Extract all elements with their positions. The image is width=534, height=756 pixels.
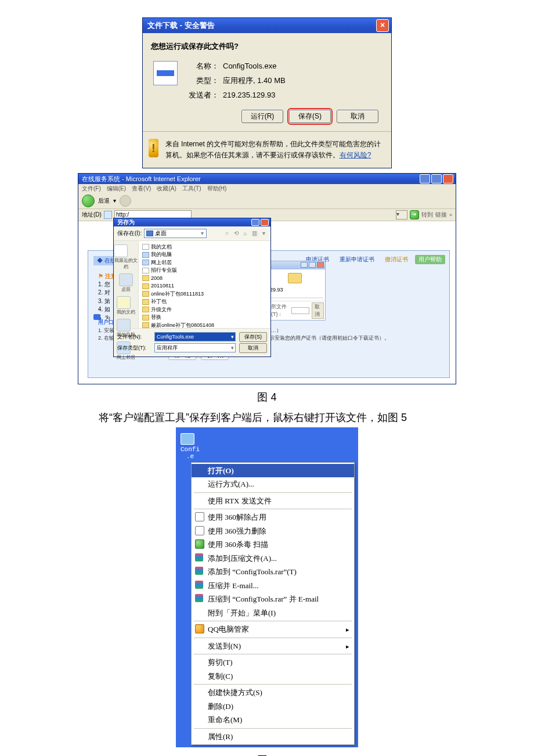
submenu-arrow-icon: ▸ (346, 642, 349, 651)
ie-menubar[interactable]: 文件(F) 编辑(E) 查看(V) 收藏(A) 工具(T) 帮助(H) (78, 184, 456, 193)
file-item[interactable]: 我的电脑 (142, 251, 267, 259)
file-item[interactable]: 招行专业版 (142, 267, 267, 275)
menu-item[interactable]: 使用 360杀毒 扫描 (192, 538, 354, 552)
menu-separator (194, 509, 352, 509)
menu-item[interactable]: 打开(O) (192, 464, 354, 478)
folder-icon (142, 315, 149, 321)
folder-icon (288, 273, 302, 283)
exe-icon (153, 61, 178, 85)
menu-item[interactable]: 运行方式(A)... (192, 477, 354, 491)
file-name: ConfigTools.exe (222, 60, 286, 73)
nav-folder-icon (117, 319, 131, 332)
menu-item[interactable]: 剪切(T) (192, 656, 354, 669)
menu-item[interactable]: 删除(D) (192, 700, 354, 714)
warning-text: 来自 Internet 的文件可能对您有所帮助，但此文件类型可能危害您的计算机。… (165, 139, 385, 160)
file-item[interactable]: 网上邻居 (142, 259, 267, 267)
desktop-file-icon[interactable]: Confi .e (178, 430, 356, 462)
saveas-nav-item[interactable]: 桌面 (119, 273, 133, 293)
file-item[interactable]: 20110811 (142, 282, 267, 290)
filetype-label: 保存类型(T): (117, 344, 151, 352)
save-in-label: 保存在(I): (117, 229, 142, 237)
rar-icon (195, 553, 203, 561)
file-item[interactable]: 替换 (142, 314, 267, 322)
menu-item[interactable]: QQ电脑管家▸ (192, 622, 354, 636)
file-item[interactable]: 补丁包 (142, 298, 267, 306)
save-in-combo[interactable]: 桌面▾ (144, 229, 207, 238)
menu-separator (194, 728, 352, 729)
address-label: 地址(D) (82, 211, 102, 219)
window-buttons[interactable] (420, 174, 453, 183)
save-as-nav[interactable]: 我最近的文档桌面我的文档我的电脑网上邻居 (114, 241, 138, 328)
file-item[interactable]: online补丁包08111813 (142, 290, 267, 298)
file-list[interactable]: 我的文档我的电脑网上邻居招行专业版200820110811online补丁包08… (138, 241, 270, 328)
menu-item[interactable]: 压缩并 E-mail... (192, 579, 354, 593)
menu-item[interactable]: 使用 360强力删除 (192, 524, 354, 538)
menu-item[interactable]: 发送到(N)▸ (192, 639, 354, 653)
place-icon (142, 268, 149, 273)
ie-content: 另存为 保存在(I): 桌面▾ ○ ⟲ ⌂ ▥ ▾ 我最近的文档桌面我的文档我的… (78, 221, 456, 384)
minimize-icon[interactable] (301, 262, 308, 268)
cancel-button[interactable]: 取消 (337, 110, 378, 123)
tr-icon (195, 526, 204, 535)
maximize-icon[interactable] (309, 262, 316, 268)
menu-separator (194, 654, 352, 654)
close-icon[interactable]: × (376, 19, 389, 32)
file-item[interactable]: 最新online补丁包08051408 (142, 322, 267, 328)
file-item[interactable]: 2008 (142, 275, 267, 283)
menu-item[interactable]: 压缩到 “ConfigTools.rar” 并 E-mail (192, 592, 354, 606)
saveas-cancel-button[interactable]: 取消 (239, 343, 267, 353)
filename-input[interactable]: ConfigTools.exe (154, 332, 236, 341)
risk-link[interactable]: 有何风险? (340, 151, 371, 159)
desktop-icon (146, 231, 153, 236)
submenu-arrow-icon: ▸ (346, 625, 349, 635)
rar-icon (195, 594, 203, 602)
save-toolbar-icons[interactable]: ○ ⟲ ⌂ ▥ ▾ (225, 230, 267, 236)
context-menu[interactable]: 打开(O)运行方式(A)...使用 RTX 发送文件使用 360解除占用使用 3… (191, 462, 355, 746)
download-dialog-title-text: 文件下载 - 安全警告 (147, 18, 215, 33)
go-icon[interactable] (410, 210, 419, 219)
menu-item[interactable]: 属性(R) (192, 730, 354, 744)
close-icon[interactable] (317, 262, 324, 268)
menu-item[interactable]: 创建快捷方式(S) (192, 686, 354, 700)
nav-folder-icon (114, 244, 128, 257)
ie-toolbar[interactable]: 后退 ▾ (78, 193, 456, 209)
ie-titlebar: 在线服务系统 - Microsoft Internet Explorer (78, 174, 456, 184)
saveas-nav-item[interactable]: 我的文档 (117, 296, 135, 315)
menu-item[interactable]: 重命名(M) (192, 713, 354, 727)
saveas-nav-item[interactable]: 我最近的文档 (114, 244, 138, 270)
menu-separator (194, 638, 352, 638)
nav-folder-icon (119, 273, 133, 286)
mini-input[interactable] (291, 307, 309, 314)
folder-icon (142, 275, 149, 281)
rar-icon (195, 567, 203, 575)
run-button[interactable]: 运行(R) (241, 110, 283, 123)
help-icon[interactable] (251, 219, 259, 226)
save-as-title: 另存为 (117, 218, 135, 226)
menu-item[interactable]: 使用 360解除占用 (192, 510, 354, 524)
menu-item[interactable]: 附到「开始」菜单(I) (192, 606, 354, 620)
saveas-save-button[interactable]: 保存(S) (239, 332, 267, 342)
file-type: 应用程序, 1.40 MB (222, 74, 286, 88)
filetype-select[interactable]: 应用程序 (154, 343, 236, 352)
mini-cancel[interactable]: 取消 (312, 303, 324, 319)
addr-dropdown[interactable]: ▾ (396, 210, 407, 219)
menu-item[interactable]: 使用 RTX 发送文件 (192, 494, 354, 508)
download-dialog: 文件下载 - 安全警告 × 您想运行或保存此文件吗? 名称：ConfigTool… (142, 17, 392, 168)
file-item[interactable]: 我的文档 (142, 243, 267, 251)
place-icon (142, 252, 149, 258)
ie-window: 在线服务系统 - Microsoft Internet Explorer 文件(… (78, 173, 456, 384)
file-item[interactable]: 升级文件 (142, 306, 267, 314)
back-label: 后退 (98, 197, 110, 205)
place-icon (142, 244, 149, 250)
close-icon[interactable] (261, 219, 269, 226)
maximize-icon (431, 174, 442, 183)
back-icon[interactable] (82, 195, 95, 207)
menu-separator (194, 621, 352, 621)
minimize-icon (420, 174, 430, 183)
save-button[interactable]: 保存(S) (289, 110, 331, 123)
menu-item[interactable]: 添加到 “ConfigTools.rar”(T) (192, 565, 354, 579)
warning-box: ! 来自 Internet 的文件可能对您有所帮助，但此文件类型可能危害您的计算… (143, 131, 391, 167)
forward-icon[interactable] (120, 195, 131, 207)
menu-item[interactable]: 添加到压缩文件(A)... (192, 552, 354, 566)
menu-item[interactable]: 复制(C) (192, 669, 354, 683)
